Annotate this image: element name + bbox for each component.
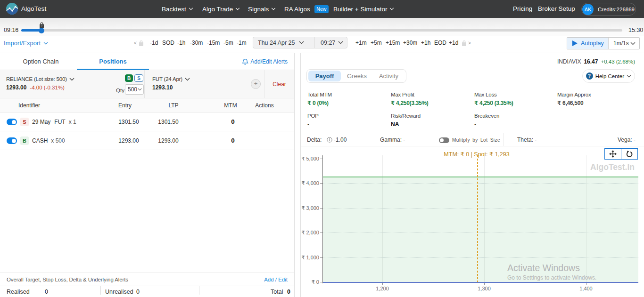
- col-ltp: LTP: [168, 98, 178, 112]
- tab-positions[interactable]: Positions: [77, 53, 149, 70]
- chevron-down-icon: [235, 8, 240, 10]
- jump-plus-1h[interactable]: +1h: [421, 36, 430, 50]
- x-tick-label: 1,200: [376, 286, 389, 291]
- clear-button[interactable]: Clear: [272, 81, 286, 88]
- market-bag-icon: [39, 22, 45, 28]
- datetime-picker: Thu 24 Apr 25 09:27: [253, 37, 347, 48]
- avatar[interactable]: AK: [582, 4, 594, 15]
- multiply-lot-size-toggle[interactable]: [439, 137, 449, 143]
- import-export-menu[interactable]: Import/Export: [4, 36, 48, 50]
- jump-minus-5m[interactable]: -5m: [223, 36, 233, 50]
- chevron-down-icon: [271, 8, 276, 10]
- positions-panel: Option Chain Positions Add/Edit Alerts R…: [0, 53, 295, 297]
- tab-activity[interactable]: Activity: [373, 71, 405, 81]
- x-axis: [322, 283, 639, 283]
- locked-bag-icon: [461, 40, 467, 47]
- jump-minus-1h[interactable]: -1h: [177, 36, 185, 50]
- timeline-end-label: 15:30: [628, 27, 643, 33]
- locked-bag-icon: [138, 40, 144, 47]
- payoff-chart: MTM: ₹ 0 | Spot: ₹ 1,293 AlgoTest.in: [301, 146, 644, 297]
- theta-label: Theta: -: [517, 133, 537, 146]
- buy-button[interactable]: B: [125, 74, 133, 82]
- vega-label: Vega: -: [618, 133, 636, 146]
- autoplay-speed-dropdown[interactable]: 1m/1s: [608, 38, 639, 49]
- qty-select[interactable]: 500: [125, 84, 144, 95]
- y-tick-label: ₹ 2,000: [301, 230, 319, 236]
- jump-eod[interactable]: EOD: [434, 36, 446, 50]
- left-panel-tabs: Option Chain Positions Add/Edit Alerts: [0, 53, 294, 70]
- greeks-divider: [503, 133, 504, 146]
- instrument-selector[interactable]: RELIANCE (Lot size: 500): [6, 76, 108, 82]
- ltp-value: 1293.00: [158, 131, 178, 150]
- tab-greeks[interactable]: Greeks: [341, 71, 373, 81]
- sell-button[interactable]: S: [134, 74, 143, 82]
- chevron-down-icon: [338, 41, 343, 44]
- entry-value: 1293.00: [118, 131, 139, 150]
- col-actions: Actions: [255, 98, 273, 112]
- contract-selector[interactable]: FUT (24 Apr): [152, 76, 264, 82]
- nav-ra-algos[interactable]: RA Algos New: [284, 0, 329, 18]
- position-toggle[interactable]: [7, 119, 17, 125]
- col-identifier: Identifier: [18, 98, 40, 112]
- position-toggle[interactable]: [7, 137, 17, 144]
- entry-value: 1301.50: [118, 112, 139, 131]
- timeline-slider-row: 09:16 15:30: [0, 18, 644, 36]
- timeline-slider-fill: [21, 29, 41, 32]
- contract-cell: FUT (24 Apr) 1293.10 +: [145, 70, 264, 98]
- autoplay-button[interactable]: Autoplay: [567, 38, 608, 49]
- time-dropdown[interactable]: 09:27: [314, 37, 347, 48]
- add-position-button[interactable]: +: [251, 79, 261, 89]
- jump-plus-5m[interactable]: +5m: [371, 36, 382, 50]
- broker-setup-link[interactable]: Broker Setup: [538, 0, 575, 18]
- jump-plus-1m[interactable]: +1m: [355, 36, 367, 50]
- date-dropdown[interactable]: Thu 24 Apr 25: [253, 37, 314, 48]
- jump-minus-1d[interactable]: -1d: [150, 36, 158, 50]
- realised-label: Realised: [7, 286, 30, 297]
- timeline-slider[interactable]: [21, 29, 622, 32]
- jump-minus-1m[interactable]: -1m: [237, 36, 247, 50]
- main-content: Option Chain Positions Add/Edit Alerts R…: [0, 53, 644, 297]
- timeline-slider-thumb[interactable]: [39, 28, 44, 33]
- playback-control-row: Import/Export < -1d SOD -1h -30m -15m -5…: [0, 36, 644, 53]
- question-icon: ?: [586, 72, 593, 80]
- account-credits-pill[interactable]: AK Credits:226869: [581, 3, 636, 16]
- brand[interactable]: AlgoTest: [6, 3, 46, 15]
- refresh-icon: [626, 150, 633, 158]
- nav-signals[interactable]: Signals: [248, 0, 276, 18]
- chevron-down-icon: [627, 75, 631, 78]
- gamma-label: Gamma: -: [380, 133, 405, 146]
- jump-plus-15m[interactable]: +15m: [386, 36, 400, 50]
- jump-sod[interactable]: SOD: [162, 36, 174, 50]
- add-edit-alerts-link[interactable]: Add/Edit Alerts: [242, 53, 288, 70]
- new-badge: New: [314, 5, 329, 13]
- jump-minus-15m[interactable]: -15m: [207, 36, 220, 50]
- x-tick-label: 1,300: [478, 286, 491, 291]
- position-identifier: CASHx 500: [32, 131, 65, 150]
- stat-breakeven: Breakeven -: [474, 113, 499, 128]
- prev-lock-chevron: <: [134, 36, 137, 50]
- algotest-logo-icon: [6, 3, 18, 15]
- stat-risk-reward: Risk/Reward NA: [391, 113, 421, 128]
- jump-plus-30m[interactable]: +30m: [403, 36, 417, 50]
- nav-algo-trade[interactable]: Algo Trade: [202, 0, 240, 18]
- realised-value: 0: [45, 286, 48, 297]
- nav-builder-simulator[interactable]: Builder + Simulator: [333, 0, 394, 18]
- multiply-lot-size-label: Mulitply by Lot Size: [452, 133, 500, 146]
- tab-payoff[interactable]: Payoff: [308, 71, 341, 81]
- pan-chart-button[interactable]: [604, 148, 621, 160]
- payoff-tab-group: Payoff Greeks Activity: [306, 69, 406, 83]
- max-profit-line: [323, 177, 638, 177]
- x-tick-label: 1,400: [579, 286, 593, 291]
- instrument-prices: 1293.00 -4.00 (-0.31%): [6, 84, 108, 91]
- y-axis: [322, 155, 323, 283]
- nav-backtest[interactable]: Backtest: [162, 0, 193, 18]
- jump-minus-30m[interactable]: -30m: [190, 36, 203, 50]
- tab-option-chain[interactable]: Option Chain: [5, 53, 77, 70]
- pricing-link[interactable]: Pricing: [513, 0, 532, 18]
- instrument-row: RELIANCE (Lot size: 500) 1293.00 -4.00 (…: [0, 70, 294, 98]
- help-center-menu[interactable]: ? Help Center: [582, 69, 635, 83]
- reset-chart-button[interactable]: [621, 148, 638, 160]
- jump-plus-1d[interactable]: +1d: [449, 36, 458, 50]
- alerts-add-edit-link[interactable]: Add / Edit: [264, 277, 288, 282]
- info-icon[interactable]: [327, 137, 332, 143]
